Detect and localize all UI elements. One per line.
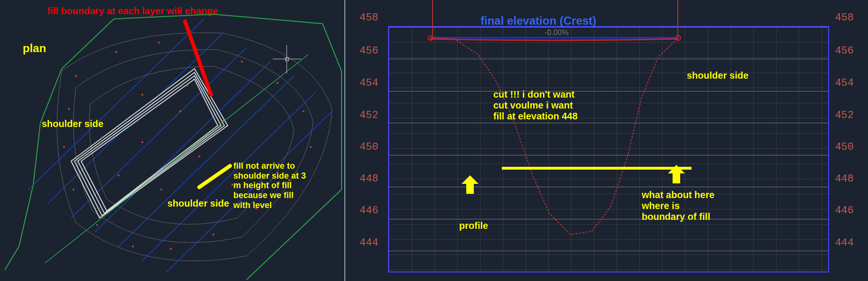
svg-point-32 [118,174,120,176]
svg-line-40 [199,166,230,187]
svg-point-23 [170,248,172,250]
ytick-right-446: 446 [835,205,854,217]
svg-line-39 [185,21,211,95]
svg-point-25 [96,224,98,226]
svg-point-22 [212,234,214,236]
svg-point-33 [160,189,162,190]
ann-fill-note: fill not arrive to shoulder side at 3 m … [233,161,306,210]
svg-marker-9 [78,76,221,213]
svg-point-26 [73,189,74,190]
svg-point-34 [198,155,200,157]
svg-point-31 [141,141,143,143]
plan-title: plan [23,42,46,55]
ann-profile-label: profile [459,220,488,231]
ytick-left-452: 452 [360,109,379,121]
svg-point-19 [310,146,312,148]
svg-point-16 [241,61,243,63]
ann-fill-boundary-change: fill boundary at each layer will change [47,6,218,17]
arrow-left-icon [462,175,479,195]
ytick-left-446: 446 [360,205,379,217]
svg-point-12 [75,75,77,77]
station-line-left [432,0,433,40]
ann-boundary-note: what about here where is boundary of fil… [642,190,714,222]
ytick-right-444: 444 [835,237,854,249]
ytick-left-448: 448 [360,173,379,185]
ytick-left-458: 458 [360,12,379,24]
plan-viewport[interactable]: fill boundary at each layer will change … [0,0,345,281]
ytick-left-454: 454 [360,77,379,89]
ytick-right-450: 450 [835,141,854,153]
svg-point-17 [277,82,278,84]
svg-point-28 [68,108,70,110]
ytick-left-450: 450 [360,141,379,153]
ann-shoulder-bottom: shoulder side [167,198,229,209]
arrow-right-icon [668,165,685,185]
ytick-right-454: 454 [835,77,854,89]
ytick-right-458: 458 [835,12,854,24]
fill-level-448-line [502,167,692,170]
svg-point-30 [179,110,181,112]
ytick-right-456: 456 [835,45,854,57]
svg-point-14 [158,42,160,44]
svg-point-24 [132,245,134,247]
grade-percent: -0.00% [545,28,569,37]
ann-cut-note: cut !!! i don't want cut voulme i want f… [493,89,578,122]
profile-grid [388,26,829,272]
ytick-left-444: 444 [360,237,379,249]
ann-shoulder-right: shoulder side [687,70,748,81]
split-view: fill boundary at each layer will change … [0,0,868,281]
plan-drawing [0,0,345,281]
svg-point-35 [222,120,224,122]
station-line-right [677,0,678,40]
ytick-right-448: 448 [835,173,854,185]
ann-shoulder-left: shoulder side [42,118,103,129]
svg-point-29 [141,94,143,96]
svg-line-0 [28,19,204,190]
ytick-left-456: 456 [360,45,379,57]
svg-point-36 [101,136,103,138]
design-crest-line [431,37,680,38]
ytick-right-452: 452 [835,109,854,121]
svg-point-27 [63,146,65,148]
svg-point-37 [186,84,188,86]
svg-point-13 [115,51,117,53]
profile-viewport[interactable]: 458 456 454 452 450 448 446 444 458 456 … [345,0,868,281]
profile-title: final elevation (Crest) [480,14,596,27]
svg-point-18 [303,110,305,112]
